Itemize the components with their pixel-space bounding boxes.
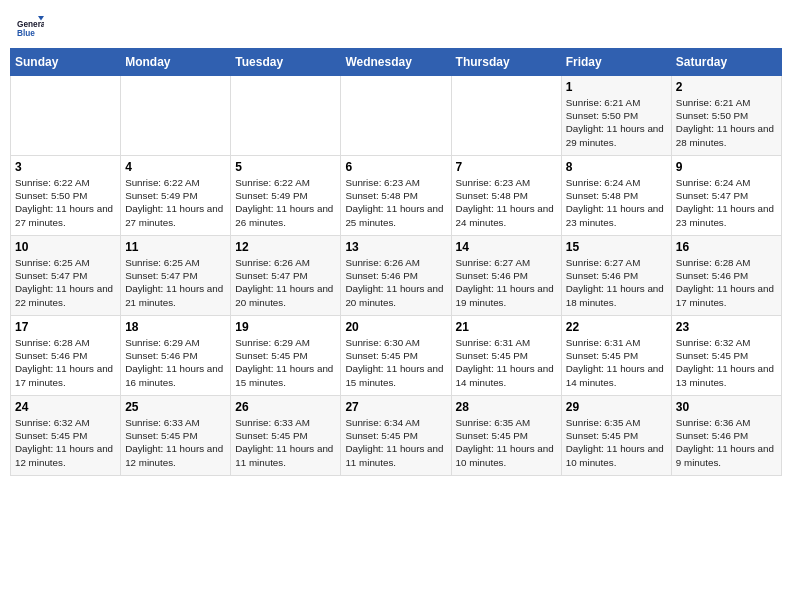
calendar-cell: 6Sunrise: 6:23 AMSunset: 5:48 PMDaylight… — [341, 156, 451, 236]
week-row-1: 1Sunrise: 6:21 AMSunset: 5:50 PMDaylight… — [11, 76, 782, 156]
day-number: 8 — [566, 160, 667, 174]
calendar-cell: 28Sunrise: 6:35 AMSunset: 5:45 PMDayligh… — [451, 396, 561, 476]
day-info: Sunrise: 6:28 AMSunset: 5:46 PMDaylight:… — [15, 336, 116, 389]
calendar-cell: 1Sunrise: 6:21 AMSunset: 5:50 PMDaylight… — [561, 76, 671, 156]
calendar-cell: 20Sunrise: 6:30 AMSunset: 5:45 PMDayligh… — [341, 316, 451, 396]
calendar-cell: 9Sunrise: 6:24 AMSunset: 5:47 PMDaylight… — [671, 156, 781, 236]
day-info: Sunrise: 6:32 AMSunset: 5:45 PMDaylight:… — [676, 336, 777, 389]
day-number: 25 — [125, 400, 226, 414]
calendar-cell: 24Sunrise: 6:32 AMSunset: 5:45 PMDayligh… — [11, 396, 121, 476]
day-info: Sunrise: 6:27 AMSunset: 5:46 PMDaylight:… — [566, 256, 667, 309]
weekday-header-sunday: Sunday — [11, 49, 121, 76]
day-info: Sunrise: 6:31 AMSunset: 5:45 PMDaylight:… — [456, 336, 557, 389]
day-number: 5 — [235, 160, 336, 174]
calendar-cell: 8Sunrise: 6:24 AMSunset: 5:48 PMDaylight… — [561, 156, 671, 236]
day-info: Sunrise: 6:36 AMSunset: 5:46 PMDaylight:… — [676, 416, 777, 469]
week-row-4: 17Sunrise: 6:28 AMSunset: 5:46 PMDayligh… — [11, 316, 782, 396]
day-info: Sunrise: 6:23 AMSunset: 5:48 PMDaylight:… — [456, 176, 557, 229]
day-number: 21 — [456, 320, 557, 334]
day-number: 14 — [456, 240, 557, 254]
day-info: Sunrise: 6:22 AMSunset: 5:50 PMDaylight:… — [15, 176, 116, 229]
day-number: 3 — [15, 160, 116, 174]
day-info: Sunrise: 6:21 AMSunset: 5:50 PMDaylight:… — [566, 96, 667, 149]
weekday-header-friday: Friday — [561, 49, 671, 76]
day-number: 19 — [235, 320, 336, 334]
day-number: 27 — [345, 400, 446, 414]
calendar-cell: 13Sunrise: 6:26 AMSunset: 5:46 PMDayligh… — [341, 236, 451, 316]
day-number: 18 — [125, 320, 226, 334]
day-number: 24 — [15, 400, 116, 414]
logo: General Blue — [14, 10, 48, 40]
calendar-cell: 15Sunrise: 6:27 AMSunset: 5:46 PMDayligh… — [561, 236, 671, 316]
day-info: Sunrise: 6:21 AMSunset: 5:50 PMDaylight:… — [676, 96, 777, 149]
calendar-cell: 25Sunrise: 6:33 AMSunset: 5:45 PMDayligh… — [121, 396, 231, 476]
calendar-cell: 16Sunrise: 6:28 AMSunset: 5:46 PMDayligh… — [671, 236, 781, 316]
day-info: Sunrise: 6:25 AMSunset: 5:47 PMDaylight:… — [125, 256, 226, 309]
week-row-2: 3Sunrise: 6:22 AMSunset: 5:50 PMDaylight… — [11, 156, 782, 236]
day-info: Sunrise: 6:35 AMSunset: 5:45 PMDaylight:… — [456, 416, 557, 469]
calendar-cell — [231, 76, 341, 156]
day-info: Sunrise: 6:22 AMSunset: 5:49 PMDaylight:… — [125, 176, 226, 229]
day-number: 26 — [235, 400, 336, 414]
weekday-header-wednesday: Wednesday — [341, 49, 451, 76]
calendar-cell: 21Sunrise: 6:31 AMSunset: 5:45 PMDayligh… — [451, 316, 561, 396]
day-number: 9 — [676, 160, 777, 174]
day-number: 7 — [456, 160, 557, 174]
weekday-header-row: SundayMondayTuesdayWednesdayThursdayFrid… — [11, 49, 782, 76]
day-info: Sunrise: 6:29 AMSunset: 5:45 PMDaylight:… — [235, 336, 336, 389]
svg-text:Blue: Blue — [17, 29, 35, 38]
calendar-cell: 10Sunrise: 6:25 AMSunset: 5:47 PMDayligh… — [11, 236, 121, 316]
calendar-cell: 2Sunrise: 6:21 AMSunset: 5:50 PMDaylight… — [671, 76, 781, 156]
day-number: 2 — [676, 80, 777, 94]
calendar-cell: 29Sunrise: 6:35 AMSunset: 5:45 PMDayligh… — [561, 396, 671, 476]
day-info: Sunrise: 6:33 AMSunset: 5:45 PMDaylight:… — [125, 416, 226, 469]
day-info: Sunrise: 6:29 AMSunset: 5:46 PMDaylight:… — [125, 336, 226, 389]
day-info: Sunrise: 6:31 AMSunset: 5:45 PMDaylight:… — [566, 336, 667, 389]
day-info: Sunrise: 6:26 AMSunset: 5:46 PMDaylight:… — [345, 256, 446, 309]
svg-text:General: General — [17, 20, 44, 29]
calendar-cell: 11Sunrise: 6:25 AMSunset: 5:47 PMDayligh… — [121, 236, 231, 316]
day-number: 12 — [235, 240, 336, 254]
day-number: 17 — [15, 320, 116, 334]
weekday-header-monday: Monday — [121, 49, 231, 76]
calendar-cell — [121, 76, 231, 156]
calendar-cell: 22Sunrise: 6:31 AMSunset: 5:45 PMDayligh… — [561, 316, 671, 396]
day-number: 13 — [345, 240, 446, 254]
day-info: Sunrise: 6:24 AMSunset: 5:48 PMDaylight:… — [566, 176, 667, 229]
day-number: 22 — [566, 320, 667, 334]
weekday-header-thursday: Thursday — [451, 49, 561, 76]
calendar-cell: 5Sunrise: 6:22 AMSunset: 5:49 PMDaylight… — [231, 156, 341, 236]
week-row-5: 24Sunrise: 6:32 AMSunset: 5:45 PMDayligh… — [11, 396, 782, 476]
day-number: 23 — [676, 320, 777, 334]
calendar-cell — [11, 76, 121, 156]
day-info: Sunrise: 6:30 AMSunset: 5:45 PMDaylight:… — [345, 336, 446, 389]
day-number: 11 — [125, 240, 226, 254]
day-number: 1 — [566, 80, 667, 94]
day-info: Sunrise: 6:25 AMSunset: 5:47 PMDaylight:… — [15, 256, 116, 309]
calendar-cell: 19Sunrise: 6:29 AMSunset: 5:45 PMDayligh… — [231, 316, 341, 396]
calendar-cell: 14Sunrise: 6:27 AMSunset: 5:46 PMDayligh… — [451, 236, 561, 316]
page-header: General Blue — [10, 10, 782, 40]
day-info: Sunrise: 6:24 AMSunset: 5:47 PMDaylight:… — [676, 176, 777, 229]
weekday-header-tuesday: Tuesday — [231, 49, 341, 76]
day-number: 20 — [345, 320, 446, 334]
calendar-cell: 17Sunrise: 6:28 AMSunset: 5:46 PMDayligh… — [11, 316, 121, 396]
calendar-cell: 12Sunrise: 6:26 AMSunset: 5:47 PMDayligh… — [231, 236, 341, 316]
day-info: Sunrise: 6:26 AMSunset: 5:47 PMDaylight:… — [235, 256, 336, 309]
week-row-3: 10Sunrise: 6:25 AMSunset: 5:47 PMDayligh… — [11, 236, 782, 316]
day-info: Sunrise: 6:35 AMSunset: 5:45 PMDaylight:… — [566, 416, 667, 469]
day-info: Sunrise: 6:34 AMSunset: 5:45 PMDaylight:… — [345, 416, 446, 469]
day-number: 16 — [676, 240, 777, 254]
day-number: 10 — [15, 240, 116, 254]
calendar-cell: 7Sunrise: 6:23 AMSunset: 5:48 PMDaylight… — [451, 156, 561, 236]
day-number: 28 — [456, 400, 557, 414]
day-info: Sunrise: 6:27 AMSunset: 5:46 PMDaylight:… — [456, 256, 557, 309]
calendar-cell: 18Sunrise: 6:29 AMSunset: 5:46 PMDayligh… — [121, 316, 231, 396]
day-number: 6 — [345, 160, 446, 174]
calendar-cell: 30Sunrise: 6:36 AMSunset: 5:46 PMDayligh… — [671, 396, 781, 476]
day-info: Sunrise: 6:22 AMSunset: 5:49 PMDaylight:… — [235, 176, 336, 229]
logo-icon: General Blue — [14, 10, 44, 40]
day-info: Sunrise: 6:33 AMSunset: 5:45 PMDaylight:… — [235, 416, 336, 469]
weekday-header-saturday: Saturday — [671, 49, 781, 76]
calendar-table: SundayMondayTuesdayWednesdayThursdayFrid… — [10, 48, 782, 476]
